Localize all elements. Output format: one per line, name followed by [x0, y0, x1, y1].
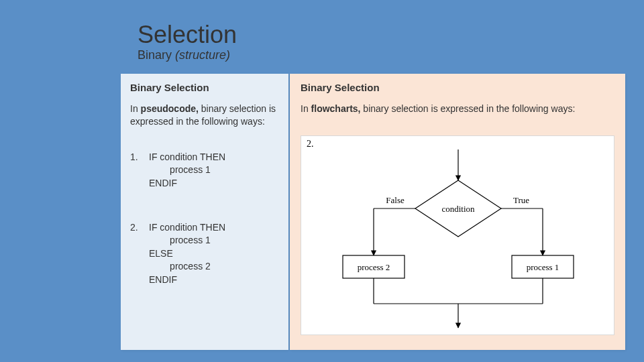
flowchart-container: 2. condition False: [301, 135, 614, 335]
process2-label: process 2: [358, 262, 390, 272]
false-label: False: [386, 195, 405, 205]
process1-label: process 1: [527, 262, 559, 272]
true-label: True: [513, 195, 529, 205]
right-para-strong: flowcharts,: [311, 103, 361, 114]
right-para-pre: In: [301, 103, 311, 114]
item-number: 1.: [130, 151, 149, 190]
left-heading: Binary Selection: [130, 82, 279, 93]
condition-label: condition: [441, 204, 475, 214]
left-paragraph: In pseudocode, binary selection is expre…: [130, 103, 279, 128]
subtitle-plain: Binary: [138, 48, 175, 62]
header-block: Selection Binary (structure): [138, 23, 237, 62]
list-item: 1. IF condition THEN process 1 ENDIF: [130, 151, 279, 190]
item-code: IF condition THEN process 1 ELSE process…: [149, 221, 225, 287]
left-para-strong: pseudocode,: [141, 103, 199, 114]
content-panels: Binary Selection In pseudocode, binary s…: [121, 74, 625, 350]
flowchart-svg: condition False True process 2 process 1: [301, 136, 615, 336]
pseudocode-panel: Binary Selection In pseudocode, binary s…: [121, 74, 288, 350]
slide-title: Selection: [138, 23, 237, 47]
left-para-pre: In: [130, 103, 141, 114]
flowchart-panel: Binary Selection In flowcharts, binary s…: [290, 74, 625, 350]
item-code: IF condition THEN process 1 ENDIF: [149, 151, 225, 190]
right-heading: Binary Selection: [301, 82, 614, 93]
item-number: 2.: [130, 221, 149, 287]
pseudocode-list: 1. IF condition THEN process 1 ENDIF 2. …: [130, 151, 279, 287]
right-para-post: binary selection is expressed in the fol…: [360, 103, 575, 114]
subtitle-emphasis: (structure): [175, 48, 230, 62]
slide-subtitle: Binary (structure): [138, 48, 237, 62]
slide: Selection Binary (structure) Binary Sele…: [0, 0, 644, 362]
right-paragraph: In flowcharts, binary selection is expre…: [301, 103, 614, 115]
list-item: 2. IF condition THEN process 1 ELSE proc…: [130, 221, 279, 287]
